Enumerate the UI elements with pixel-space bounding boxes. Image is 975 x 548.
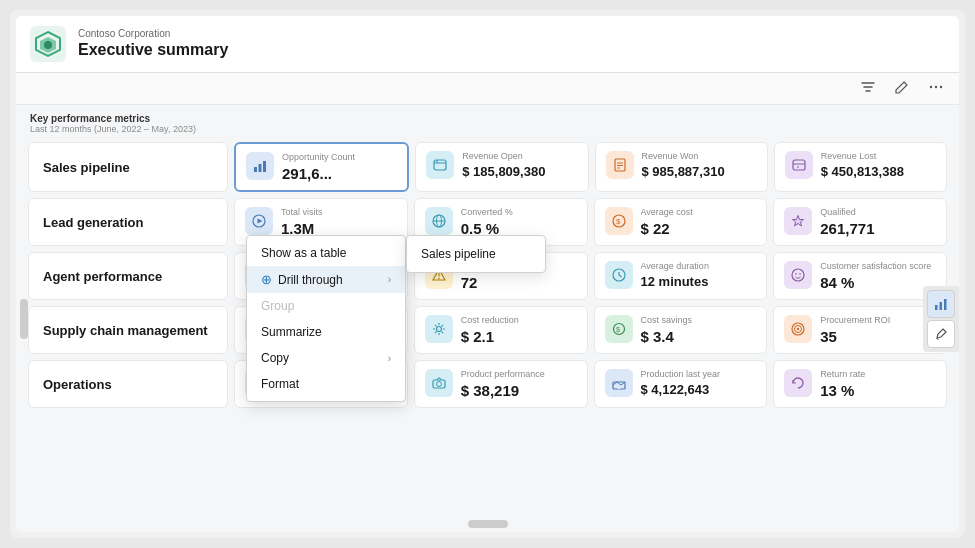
row-supply-chain: Supply chain management Cost of purchase… xyxy=(28,306,947,354)
context-menu-overlay: Show as a table ⊕ Drill through › Group … xyxy=(246,235,406,402)
settings-icon xyxy=(425,315,453,343)
label-agent-performance: Agent performance xyxy=(28,252,228,300)
metric-value: $ 185,809,380 xyxy=(462,164,577,179)
svg-point-3 xyxy=(44,41,52,49)
company-name: Contoso Corporation xyxy=(78,28,945,40)
target-icon xyxy=(784,315,812,343)
metric-label: Product performance xyxy=(461,369,577,379)
globe-icon xyxy=(425,207,453,235)
brush-sidebar-button[interactable] xyxy=(927,320,955,348)
smile-icon xyxy=(784,261,812,289)
svg-text:$: $ xyxy=(616,326,620,333)
star-icon xyxy=(784,207,812,235)
rows-container: Sales pipeline Opportunity Count 291,6..… xyxy=(16,138,959,532)
metric-label: Cost savings xyxy=(641,315,757,325)
submenu-sales-pipeline[interactable]: Sales pipeline xyxy=(407,240,545,268)
svg-point-30 xyxy=(438,278,440,280)
metric-value: 291,6... xyxy=(282,165,397,182)
label-lead-generation: Lead generation xyxy=(28,198,228,246)
metric-label: Converted % xyxy=(461,207,577,217)
submenu-overlay: Sales pipeline xyxy=(406,235,546,273)
row-operations: Operations Average operation costs $ 234… xyxy=(28,360,947,408)
card-return-rate: Return rate 13 % xyxy=(773,360,947,408)
metric-value: $ 22 xyxy=(641,220,757,237)
row-sales-pipeline: Sales pipeline Opportunity Count 291,6..… xyxy=(28,142,947,192)
inner-frame: Contoso Corporation Executive summary Ke… xyxy=(16,16,959,532)
metric-label: Average cost xyxy=(641,207,757,217)
card-avg-cost: $ Average cost $ 22 xyxy=(594,198,768,246)
chart-bar-icon xyxy=(246,152,274,180)
svg-point-37 xyxy=(436,327,441,332)
card-revenue-open: Revenue Open $ 185,809,380 xyxy=(415,142,588,192)
svg-rect-49 xyxy=(617,385,620,389)
svg-rect-52 xyxy=(944,299,947,310)
metric-label: Revenue Lost xyxy=(821,151,936,161)
svg-point-34 xyxy=(792,269,804,281)
kpi-subtitle: Last 12 months (June, 2022 – May, 2023) xyxy=(30,124,945,134)
play-icon xyxy=(245,207,273,235)
card-content-revenue-won: Revenue Won $ 985,887,310 xyxy=(642,151,757,179)
card-cost-savings: $ Cost savings $ 3.4 xyxy=(594,306,768,354)
card-revenue-won: Revenue Won $ 985,887,310 xyxy=(595,142,768,192)
metric-label: Opportunity Count xyxy=(282,152,397,162)
card-product-performance: Product performance $ 38,219 xyxy=(414,360,588,408)
metric-label: Return rate xyxy=(820,369,936,379)
svg-rect-10 xyxy=(434,160,446,170)
metric-value: 72 xyxy=(461,274,577,291)
invoice-icon xyxy=(606,151,634,179)
menu-item-show-table[interactable]: Show as a table xyxy=(247,240,405,266)
logo xyxy=(30,26,66,62)
camera-icon xyxy=(425,369,453,397)
loss-icon xyxy=(785,151,813,179)
metric-label: Cost reduction xyxy=(461,315,577,325)
svg-point-35 xyxy=(795,273,797,275)
chevron-right-icon: › xyxy=(388,353,391,364)
svg-point-5 xyxy=(935,86,937,88)
metric-value: 13 % xyxy=(820,382,936,399)
menu-item-copy[interactable]: Copy › xyxy=(247,345,405,371)
drill-through-icon: ⊕ xyxy=(261,272,272,287)
analytics-sidebar-button[interactable] xyxy=(927,290,955,318)
metric-label: Revenue Open xyxy=(462,151,577,161)
menu-item-format[interactable]: Format xyxy=(247,371,405,397)
edit-button[interactable] xyxy=(889,77,915,100)
card-avg-duration: Average duration 12 minutes xyxy=(594,252,768,300)
svg-point-42 xyxy=(797,328,799,330)
factory-icon xyxy=(605,369,633,397)
menu-item-summarize[interactable]: Summarize xyxy=(247,319,405,345)
metric-value: 12 minutes xyxy=(641,274,757,289)
card-content-opportunity: Opportunity Count 291,6... xyxy=(282,152,397,182)
menu-item-drill-through[interactable]: ⊕ Drill through › xyxy=(247,266,405,293)
card-production-year: Production last year $ 4,122,643 xyxy=(594,360,768,408)
more-button[interactable] xyxy=(923,77,949,100)
svg-marker-21 xyxy=(258,219,263,224)
kpi-title: Key performance metrics xyxy=(30,113,945,124)
metric-value: $ 2.1 xyxy=(461,328,577,345)
coins-icon: $ xyxy=(605,207,633,235)
metric-value: 261,771 xyxy=(820,220,936,237)
page-title: Executive summary xyxy=(78,40,945,59)
svg-text:$: $ xyxy=(616,217,621,226)
toolbar xyxy=(16,73,959,105)
card-qualified: Qualified 261,771 xyxy=(773,198,947,246)
chevron-right-icon: › xyxy=(388,274,391,285)
metric-label: Procurement ROI xyxy=(820,315,936,325)
scroll-handle-vertical-left[interactable] xyxy=(20,299,28,339)
svg-point-47 xyxy=(436,382,441,387)
metric-label: Average duration xyxy=(641,261,757,271)
svg-rect-7 xyxy=(254,167,257,172)
metric-value: 35 xyxy=(820,328,936,345)
svg-rect-51 xyxy=(940,302,943,310)
label-sales-pipeline: Sales pipeline xyxy=(28,142,228,192)
filter-button[interactable] xyxy=(855,77,881,100)
svg-point-4 xyxy=(930,86,932,88)
kpi-header: Key performance metrics Last 12 months (… xyxy=(16,105,959,138)
metric-label: Total visits xyxy=(281,207,397,217)
card-revenue-lost: Revenue Lost $ 450,813,388 xyxy=(774,142,947,192)
metric-value: $ 985,887,310 xyxy=(642,164,757,179)
svg-rect-17 xyxy=(793,160,805,170)
card-content-revenue-lost: Revenue Lost $ 450,813,388 xyxy=(821,151,936,179)
svg-rect-9 xyxy=(263,161,266,172)
metric-value: $ 3.4 xyxy=(641,328,757,345)
scroll-handle-horizontal[interactable] xyxy=(468,520,508,528)
